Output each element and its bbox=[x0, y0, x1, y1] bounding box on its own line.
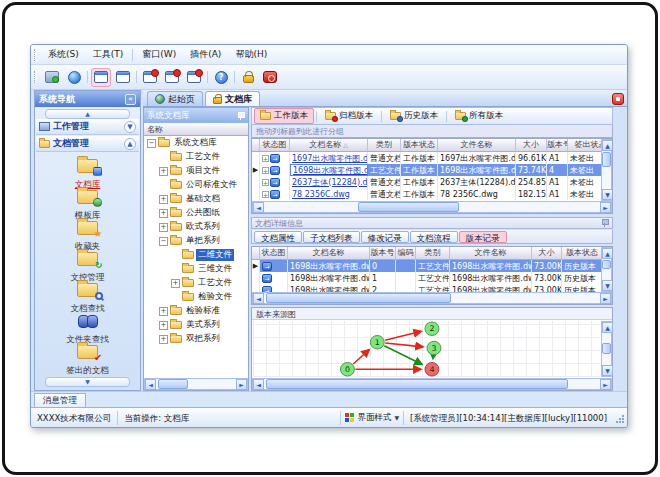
column-header[interactable]: 状态图 bbox=[260, 247, 288, 260]
hscroll-thumb[interactable] bbox=[266, 379, 568, 389]
expand-plus-icon[interactable]: + bbox=[171, 279, 180, 288]
collapse-sidebar-icon[interactable]: « bbox=[125, 94, 136, 105]
table-row[interactable]: ▶+→1698出水嘴零件图.dwg工艺文件工作版本1698出水嘴零件图.dwg7… bbox=[252, 164, 612, 176]
nav-group-work[interactable]: 工作管理▼ bbox=[36, 119, 139, 135]
tree-row[interactable]: +基础文档 bbox=[144, 192, 248, 206]
version-grid-vscrollbar[interactable]: ▲ ▼ bbox=[601, 247, 612, 292]
sidebar-item-template-library[interactable]: 模板库 bbox=[35, 186, 140, 217]
column-header[interactable]: 大小 bbox=[532, 247, 562, 260]
column-header[interactable]: 类别 bbox=[416, 247, 450, 260]
expand-plus-icon[interactable]: + bbox=[159, 167, 168, 176]
scroll-right-icon[interactable]: ► bbox=[600, 293, 611, 304]
menu-grip[interactable] bbox=[34, 49, 37, 61]
tree-row[interactable]: 公司标准文件 bbox=[144, 178, 248, 192]
tree-row[interactable]: −系统文档库 bbox=[144, 136, 248, 150]
pin-icon[interactable] bbox=[236, 111, 245, 121]
version-button-0[interactable]: 工作版本 bbox=[254, 108, 314, 124]
column-header[interactable]: 文件名称 bbox=[438, 139, 516, 152]
menu-item-1[interactable]: 工具(T) bbox=[86, 46, 131, 63]
document-link[interactable]: 1697出水嘴零件图.dwg bbox=[292, 153, 368, 164]
message-panel-tab[interactable]: 消息管理 bbox=[34, 393, 86, 407]
tree-hscroll-thumb[interactable] bbox=[158, 379, 188, 389]
tree-node-label[interactable]: 公共图纸 bbox=[184, 207, 222, 219]
tree-node-label[interactable]: 检验文件 bbox=[196, 291, 234, 303]
detail-tab-0[interactable]: 文档属性 bbox=[254, 231, 302, 243]
tree-node-label[interactable]: 基础文档 bbox=[184, 193, 222, 205]
column-header[interactable] bbox=[252, 247, 260, 260]
table-row[interactable]: +→78 2356C.dwg普通文档工作版本78 2356C.dwg182.15… bbox=[252, 188, 612, 200]
toolbar-grip[interactable] bbox=[34, 71, 37, 83]
column-header[interactable]: 大小 bbox=[516, 139, 547, 152]
tab-doc-library[interactable]: 文档库 bbox=[205, 91, 260, 106]
nav-header[interactable]: 系统导航 « bbox=[35, 91, 140, 107]
tree-column-header[interactable]: 名称 bbox=[144, 123, 248, 136]
tree-row[interactable]: 三维文件 bbox=[144, 262, 248, 276]
tree-node-label[interactable]: 欧式系列 bbox=[184, 221, 222, 233]
tree-row[interactable]: 工艺文件 bbox=[144, 150, 248, 164]
expand-plus-icon[interactable]: + bbox=[159, 335, 168, 344]
detail-tab-2[interactable]: 修改记录 bbox=[361, 231, 409, 243]
scroll-down-icon[interactable]: ▼ bbox=[602, 365, 613, 376]
column-header[interactable] bbox=[252, 139, 260, 152]
tree-node-label[interactable]: 二维文件 bbox=[196, 249, 234, 261]
column-header[interactable]: 版本号 bbox=[370, 247, 396, 260]
sidebar-item-favorites[interactable]: ★收藏夹 bbox=[35, 217, 140, 248]
tree-row[interactable]: 二维文件 bbox=[144, 248, 248, 262]
tab-start-page[interactable]: 起始页 bbox=[147, 91, 203, 106]
window-button[interactable] bbox=[91, 68, 111, 87]
mail-badge-button[interactable] bbox=[140, 68, 160, 87]
document-link[interactable]: 1698出水嘴零件图.dwg bbox=[293, 165, 368, 176]
tree-node-label[interactable]: 三维文件 bbox=[196, 263, 234, 275]
tree-node-label[interactable]: 项目文件 bbox=[184, 165, 222, 177]
column-header[interactable]: 编码 bbox=[396, 247, 416, 260]
sidebar-item-doc-library[interactable]: 文档库 bbox=[35, 155, 140, 186]
close-tab-button[interactable] bbox=[612, 93, 624, 105]
scroll-left-icon[interactable]: ◄ bbox=[253, 202, 264, 213]
tree-node-label[interactable]: 双把系列 bbox=[184, 333, 222, 345]
vscroll-thumb[interactable] bbox=[602, 152, 611, 167]
expand-plus-icon[interactable]: + bbox=[159, 209, 168, 218]
sidebar-item-doc-control[interactable]: ↻文控管理 bbox=[35, 248, 140, 279]
scroll-right-icon[interactable]: ► bbox=[600, 379, 611, 390]
sidebar-item-doc-search[interactable]: 文档查找 bbox=[35, 279, 140, 310]
tree-node-label[interactable]: 检验标准 bbox=[184, 305, 222, 317]
notify-badge-button[interactable] bbox=[184, 68, 204, 87]
scroll-left-icon[interactable]: ◄ bbox=[253, 379, 264, 390]
vscroll-thumb[interactable] bbox=[602, 343, 611, 354]
scroll-up-icon[interactable]: ▲ bbox=[602, 322, 613, 333]
tree-row[interactable]: +检验标准 bbox=[144, 304, 248, 318]
expand-plus-icon[interactable]: + bbox=[159, 223, 168, 232]
chevron-up-icon[interactable]: ▲ bbox=[124, 138, 136, 150]
document-link[interactable]: 2637主体(12284).dwg bbox=[292, 177, 368, 188]
scroll-up-icon[interactable]: ▲ bbox=[602, 140, 613, 151]
version-button-3[interactable]: 所有版本 bbox=[449, 108, 509, 124]
message-badge-button[interactable] bbox=[162, 68, 182, 87]
tree-row[interactable]: +公共图纸 bbox=[144, 206, 248, 220]
table-row[interactable]: ▶→1698出水嘴零件图.dwg0工艺文件1698出水嘴零件图.dwg73.00… bbox=[252, 260, 612, 272]
menu-item-0[interactable]: 系统(S) bbox=[41, 46, 86, 63]
tree-node-label[interactable]: 工艺文件 bbox=[184, 151, 222, 163]
column-header[interactable]: 版本状态 bbox=[562, 247, 603, 260]
chevron-down-icon[interactable]: ▼ bbox=[124, 121, 136, 133]
sidebar-item-checked-out[interactable]: ✔签出的文档 bbox=[35, 341, 140, 372]
table-row[interactable]: +→1697出水嘴零件图.dwg普通文档工作版本1697出水嘴零件图.dwg96… bbox=[252, 152, 612, 164]
group-by-band[interactable]: 拖动列标题到此进行分组 bbox=[251, 125, 613, 138]
tree-row[interactable]: +项目文件 bbox=[144, 164, 248, 178]
hscroll-thumb[interactable] bbox=[358, 202, 459, 212]
graph-hscrollbar[interactable]: ◄ ► bbox=[252, 378, 612, 390]
tree-row[interactable]: 检验文件 bbox=[144, 290, 248, 304]
table-row[interactable]: →1698出水嘴零件图.dwg1工艺文件1698出水嘴零件图.dwg73.00K… bbox=[252, 272, 612, 284]
column-header[interactable]: 版本状态 bbox=[401, 139, 438, 152]
column-header[interactable]: 版本号 bbox=[547, 139, 568, 152]
scroll-right-icon[interactable]: ► bbox=[600, 202, 611, 213]
scroll-right-icon[interactable]: ► bbox=[236, 379, 247, 390]
connect-button[interactable] bbox=[42, 68, 62, 87]
tree-row[interactable]: +美式系列 bbox=[144, 318, 248, 332]
scroll-left-icon[interactable]: ◄ bbox=[253, 293, 264, 304]
hscroll-thumb[interactable] bbox=[266, 293, 451, 303]
lock-button[interactable] bbox=[238, 68, 258, 87]
menu-item-4[interactable]: 帮助(H) bbox=[228, 46, 274, 63]
detail-tab-4[interactable]: 版本记录 bbox=[459, 231, 507, 243]
column-header[interactable]: 文档名称 bbox=[288, 247, 370, 260]
column-header[interactable]: 文件名称 bbox=[450, 247, 532, 260]
